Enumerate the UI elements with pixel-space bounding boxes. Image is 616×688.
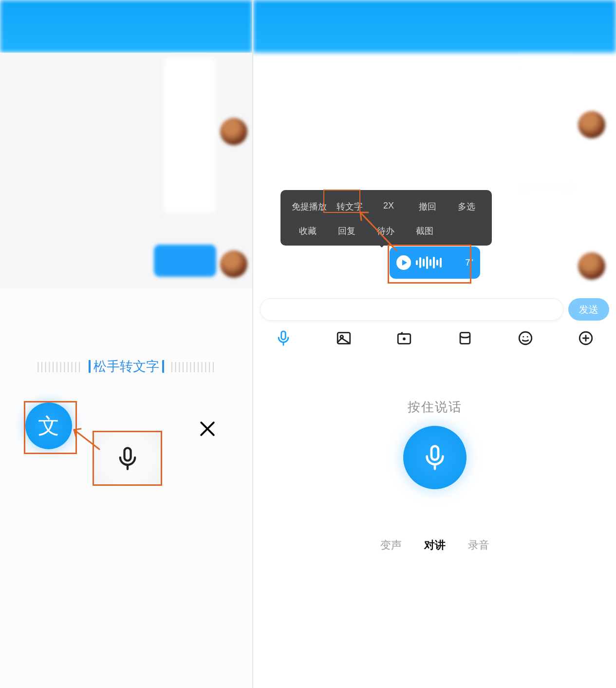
svg-point-7 <box>519 332 532 344</box>
voice-context-menu: 免提播放 转文字 2X 撤回 多选 收藏 回复 待办 截图 <box>280 190 492 246</box>
play-icon <box>396 255 411 270</box>
hold-to-talk-label: 按住说话 <box>253 399 616 416</box>
right-header <box>253 0 616 53</box>
send-button[interactable]: 发送 <box>568 298 609 321</box>
mode-voicechange[interactable]: 变声 <box>380 538 402 553</box>
voice-duration: 7" <box>466 258 473 268</box>
svg-point-5 <box>403 338 406 341</box>
menu-multiselect[interactable]: 多选 <box>447 199 486 214</box>
menu-reply[interactable]: 回复 <box>327 223 366 239</box>
svg-rect-11 <box>431 446 438 460</box>
menu-2x[interactable]: 2X <box>369 199 408 214</box>
voice-message-bubble[interactable]: 7" <box>390 247 480 279</box>
svg-point-8 <box>523 336 524 338</box>
left-screenshot: |||||||||||| 松手转文字 |||||||||||| 文 <box>0 0 253 688</box>
image-icon[interactable] <box>336 330 352 346</box>
menu-screenshot[interactable]: 截图 <box>405 223 444 239</box>
close-icon <box>197 418 218 440</box>
voice-mode-tabs: 变声 对讲 录音 <box>253 538 616 553</box>
menu-to-text[interactable]: 转文字 <box>330 199 369 214</box>
menu-pointer <box>377 243 387 248</box>
emoji-icon[interactable] <box>517 330 534 346</box>
waveform-icon <box>416 256 442 269</box>
blurred-message-card <box>164 57 216 213</box>
release-to-text-hint: |||||||||||| 松手转文字 |||||||||||| <box>0 358 252 375</box>
menu-recall[interactable]: 撤回 <box>408 199 447 214</box>
microphone-icon <box>421 444 448 471</box>
camera-icon[interactable] <box>396 330 412 346</box>
svg-point-9 <box>527 336 528 338</box>
plus-icon[interactable] <box>578 330 594 346</box>
avatar <box>578 252 605 280</box>
left-header <box>0 0 252 53</box>
hold-to-talk-button[interactable] <box>403 426 467 489</box>
cancel-button[interactable] <box>197 418 218 440</box>
voice-tab-icon[interactable] <box>275 330 292 346</box>
menu-speakerplay[interactable]: 免提播放 <box>288 199 330 214</box>
svg-rect-0 <box>124 448 131 460</box>
input-toolbar <box>253 324 616 353</box>
mode-record[interactable]: 录音 <box>468 538 489 553</box>
blurred-message-card <box>520 57 572 189</box>
microphone-icon <box>115 446 140 471</box>
left-chat-bg <box>0 53 252 288</box>
redpacket-icon[interactable] <box>457 330 473 346</box>
mode-intercom[interactable]: 对讲 <box>424 538 446 553</box>
menu-fav[interactable]: 收藏 <box>288 223 327 239</box>
avatar <box>578 111 605 138</box>
right-screenshot: 免提播放 转文字 2X 撤回 多选 收藏 回复 待办 截图 <box>253 0 616 688</box>
avatar <box>220 118 247 145</box>
message-input[interactable] <box>260 298 563 321</box>
mic-button-frame[interactable] <box>93 431 162 486</box>
left-voice-panel: |||||||||||| 松手转文字 |||||||||||| 文 <box>0 288 252 688</box>
voice-record-panel: 按住说话 变声 对讲 录音 <box>253 353 616 688</box>
avatar <box>220 250 247 278</box>
convert-text-button[interactable]: 文 <box>25 402 72 449</box>
menu-todo[interactable]: 待办 <box>366 223 405 239</box>
svg-rect-1 <box>281 331 286 340</box>
blurred-blue-bubble <box>154 245 216 277</box>
right-chat-area: 免提播放 转文字 2X 撤回 多选 收藏 回复 待办 截图 <box>253 53 616 688</box>
